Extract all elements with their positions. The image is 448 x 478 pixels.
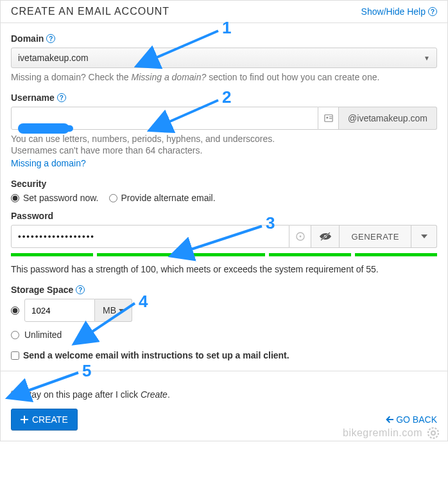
missing-domain-link[interactable]: Missing a domain? — [11, 158, 437, 168]
stay-em: Create — [141, 389, 168, 400]
panel-footer: Stay on this page after I click Create. … — [1, 371, 447, 441]
radio-set-password-now-input[interactable] — [11, 194, 19, 202]
radio-provide-alt-email-input[interactable] — [109, 194, 117, 202]
radio-label: Set password now. — [23, 193, 99, 203]
stay-on-page-row: Stay on this page after I click Create. — [11, 389, 437, 400]
help-icon: ? — [428, 7, 437, 16]
help-icon[interactable]: ? — [76, 285, 85, 294]
stay-on-page-checkbox[interactable] — [11, 391, 19, 399]
storage-unit-select[interactable]: MB — [95, 299, 132, 322]
hint-text: section to find out how you can create o… — [206, 72, 379, 82]
svg-point-5 — [300, 236, 302, 238]
radio-storage-unlimited[interactable] — [11, 331, 19, 339]
show-hide-help-link[interactable]: Show/Hide Help ? — [361, 6, 437, 17]
security-group: Security Set password now. Provide alter… — [11, 179, 437, 274]
domain-selected-value: ivetamakeup.com — [18, 53, 89, 63]
storage-label-text: Storage Space — [11, 285, 73, 295]
stay-text: Stay on this page after I click — [23, 389, 141, 400]
storage-unit-text: MB — [103, 305, 116, 315]
storage-group: Storage Space ? MB Unlimited — [11, 285, 437, 340]
username-label-text: Username — [11, 93, 55, 103]
welcome-email-label: Send a welcome email with instructions t… — [23, 350, 289, 360]
svg-point-1 — [326, 117, 328, 119]
username-hint-2: Usernames can't have more than 64 charac… — [11, 145, 437, 155]
username-domain-suffix: @ivetamakeup.com — [339, 107, 437, 130]
password-strength-text: This password has a strength of 100, whi… — [11, 264, 437, 274]
hint-em: Missing a domain? — [132, 72, 207, 82]
go-back-link[interactable]: GO BACK — [386, 414, 437, 425]
create-email-panel: CREATE AN EMAIL ACCOUNT Show/Hide Help ?… — [0, 0, 448, 441]
security-label: Security — [11, 179, 437, 189]
password-strength-meter — [11, 253, 437, 256]
storage-unlimited-label: Unlimited — [24, 330, 62, 340]
help-link-text: Show/Hide Help — [361, 6, 426, 17]
chevron-down-icon — [119, 309, 124, 312]
password-input[interactable] — [11, 225, 289, 248]
hint-text: Missing a domain? Check the — [11, 72, 132, 82]
domain-select[interactable]: ivetamakeup.com ▼ — [11, 48, 437, 68]
page-title: CREATE AN EMAIL ACCOUNT — [11, 6, 169, 17]
stay-on-page-label: Stay on this page after I click Create. — [23, 389, 170, 400]
radio-set-password-now[interactable]: Set password now. — [11, 193, 99, 203]
radio-storage-custom[interactable] — [11, 306, 19, 315]
stay-suffix: . — [168, 389, 170, 400]
plus-icon — [21, 416, 28, 423]
password-label: Password — [11, 211, 437, 221]
welcome-email-row: Send a welcome email with instructions t… — [11, 350, 437, 360]
generate-password-dropdown[interactable] — [411, 225, 437, 248]
toggle-password-visibility-button[interactable] — [311, 225, 340, 248]
username-label: Username ? — [11, 93, 437, 103]
username-group: Username ? @ivetamakeup.com You can use … — [11, 93, 437, 168]
username-input[interactable] — [11, 107, 318, 130]
help-icon[interactable]: ? — [57, 93, 66, 102]
create-button[interactable]: CREATE — [11, 409, 78, 430]
arrow-left-icon — [386, 416, 393, 423]
svg-rect-3 — [329, 118, 331, 119]
go-back-label: GO BACK — [396, 414, 437, 425]
panel-header: CREATE AN EMAIL ACCOUNT Show/Hide Help ? — [1, 1, 447, 23]
radio-provide-alt-email[interactable]: Provide alternate email. — [109, 193, 216, 203]
storage-label: Storage Space ? — [11, 285, 437, 295]
password-manager-icon[interactable] — [289, 225, 311, 248]
chevron-down-icon: ▼ — [424, 55, 430, 62]
help-icon[interactable]: ? — [46, 34, 55, 43]
domain-group: Domain ? ivetamakeup.com ▼ Missing a dom… — [11, 33, 437, 82]
domain-hint: Missing a domain? Check the Missing a do… — [11, 72, 437, 82]
domain-label: Domain ? — [11, 33, 437, 44]
welcome-email-checkbox[interactable] — [11, 351, 19, 360]
create-button-label: CREATE — [32, 414, 68, 425]
svg-rect-2 — [329, 116, 331, 117]
storage-value-input[interactable] — [24, 299, 95, 322]
generate-password-button[interactable]: GENERATE — [340, 225, 411, 248]
contact-card-icon[interactable] — [318, 107, 339, 130]
username-hint-1: You can use letters, numbers, periods, h… — [11, 134, 437, 144]
radio-label: Provide alternate email. — [121, 193, 216, 203]
domain-label-text: Domain — [11, 33, 44, 44]
